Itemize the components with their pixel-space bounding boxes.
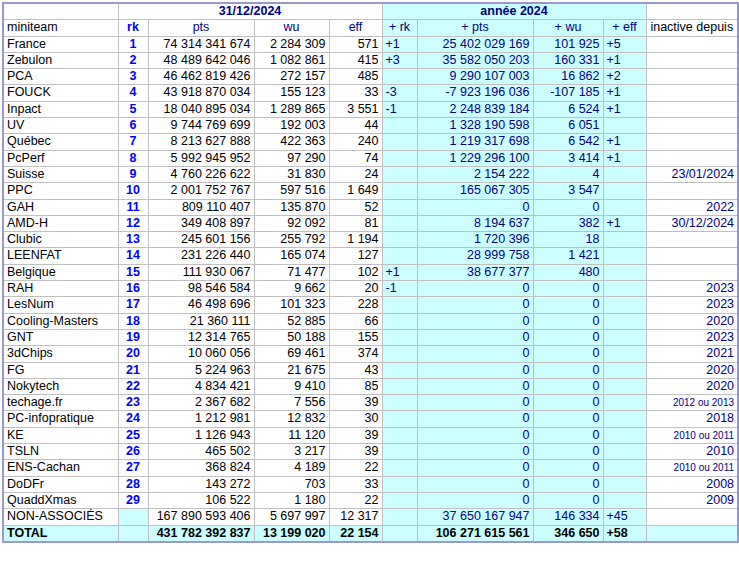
delta-wu-cell: 6 524 (533, 101, 603, 117)
team-cell: Suisse (3, 166, 118, 182)
delta-pts-cell: 8 194 637 (417, 215, 533, 231)
delta-eff-cell: +58 (603, 525, 646, 542)
inactive-since-cell (646, 248, 738, 264)
delta-eff-cell (603, 281, 646, 297)
wu-cell: 155 123 (254, 85, 329, 101)
pts-cell: 2 001 752 767 (148, 183, 254, 199)
year-group-header: année 2024 (382, 3, 646, 20)
team-cell: AMD-H (3, 215, 118, 231)
delta-eff-cell (603, 313, 646, 329)
table-row: LEENFAT14231 226 440165 07412728 999 758… (3, 248, 738, 264)
table-row: DoDFr28143 27270333002008 (3, 476, 738, 492)
eff-cell: 74 (329, 150, 382, 166)
delta-wu-cell: 18 (533, 232, 603, 248)
eff-cell: 39 (329, 395, 382, 411)
team-cell: Cooling-Masters (3, 313, 118, 329)
wu-cell: 97 290 (254, 150, 329, 166)
inactive-since-cell: 30/12/2024 (646, 215, 738, 231)
snapshot-date-header: 31/12/2024 (118, 3, 382, 20)
delta-pts-cell: 1 219 317 698 (417, 134, 533, 150)
rank-cell: 13 (118, 232, 148, 248)
delta-eff-cell (603, 444, 646, 460)
eff-cell: 39 (329, 444, 382, 460)
delta-wu-cell: 0 (533, 313, 603, 329)
delta-pts-cell: 0 (417, 444, 533, 460)
delta-rank-cell (382, 444, 417, 460)
delta-rank-cell (382, 460, 417, 476)
wu-cell: 5 697 997 (254, 509, 329, 525)
eff-cell: 155 (329, 329, 382, 345)
inactive-since-cell: 2010 ou 2011 (646, 460, 738, 476)
inactive-since-cell (646, 183, 738, 199)
delta-rank-cell: -3 (382, 85, 417, 101)
delta-pts-cell: 0 (417, 329, 533, 345)
pts-cell: 465 502 (148, 444, 254, 460)
eff-cell: 12 317 (329, 509, 382, 525)
delta-eff-cell (603, 166, 646, 182)
delta-wu-cell: 3 414 (533, 150, 603, 166)
delta-eff-cell (603, 199, 646, 215)
delta-wu-cell: 146 334 (533, 509, 603, 525)
delta-rank-cell (382, 232, 417, 248)
team-cell: DoDFr (3, 476, 118, 492)
rank-cell: 22 (118, 378, 148, 394)
rank-cell: 3 (118, 69, 148, 85)
eff-cell: 33 (329, 476, 382, 492)
pts-cell: 46 462 819 426 (148, 69, 254, 85)
delta-wu-cell: 6 051 (533, 118, 603, 134)
team-cell: FG (3, 362, 118, 378)
eff-cell: 43 (329, 362, 382, 378)
team-cell: TSLN (3, 444, 118, 460)
column-header-delta-eff: + eff (603, 20, 646, 36)
team-cell: 3dChips (3, 346, 118, 362)
inactive-since-cell: 2020 (646, 362, 738, 378)
inactive-since-cell: 2022 (646, 199, 738, 215)
eff-cell: 127 (329, 248, 382, 264)
delta-wu-cell: 6 542 (533, 134, 603, 150)
delta-wu-cell: 0 (533, 378, 603, 394)
table-row: KE251 126 94311 12039002010 ou 2011 (3, 427, 738, 443)
pts-cell: 245 601 156 (148, 232, 254, 248)
delta-pts-cell: 0 (417, 313, 533, 329)
eff-cell: 1 194 (329, 232, 382, 248)
delta-pts-cell: 2 248 839 184 (417, 101, 533, 117)
team-cell: LEENFAT (3, 248, 118, 264)
team-cell: TOTAL (3, 525, 118, 542)
rank-cell: 1 (118, 36, 148, 52)
wu-cell: 422 363 (254, 134, 329, 150)
eff-cell: 571 (329, 36, 382, 52)
delta-wu-cell: 0 (533, 297, 603, 313)
team-cell: RAH (3, 281, 118, 297)
delta-rank-cell: +1 (382, 264, 417, 280)
row-non-associes: NON-ASSOCIÉS167 890 593 4065 697 99712 3… (3, 509, 738, 525)
delta-eff-cell: +1 (603, 101, 646, 117)
column-header-row: miniteam rk pts wu eff + rk + pts + wu +… (3, 20, 738, 36)
inactive-since-cell (646, 69, 738, 85)
table-row: QuaddXmas29106 5221 18022002009 (3, 492, 738, 508)
inactive-since-cell (646, 118, 738, 134)
delta-rank-cell (382, 166, 417, 182)
eff-cell: 52 (329, 199, 382, 215)
wu-cell: 71 477 (254, 264, 329, 280)
pts-cell: 1 212 981 (148, 411, 254, 427)
delta-eff-cell: +1 (603, 134, 646, 150)
wu-cell: 92 092 (254, 215, 329, 231)
wu-cell: 703 (254, 476, 329, 492)
inactive-since-cell (646, 150, 738, 166)
delta-pts-cell: 106 271 615 561 (417, 525, 533, 542)
delta-eff-cell: +1 (603, 52, 646, 68)
delta-wu-cell: 0 (533, 329, 603, 345)
wu-cell: 52 885 (254, 313, 329, 329)
team-cell: NON-ASSOCIÉS (3, 509, 118, 525)
team-cell: LesNum (3, 297, 118, 313)
delta-pts-cell: 1 229 296 100 (417, 150, 533, 166)
delta-eff-cell (603, 362, 646, 378)
pts-cell: 111 930 067 (148, 264, 254, 280)
inactive-since-cell (646, 52, 738, 68)
delta-rank-cell (382, 150, 417, 166)
eff-cell: 22 (329, 492, 382, 508)
wu-cell: 597 516 (254, 183, 329, 199)
eff-cell: 485 (329, 69, 382, 85)
team-cell: Clubic (3, 232, 118, 248)
inactive-since-cell: 2020 (646, 313, 738, 329)
